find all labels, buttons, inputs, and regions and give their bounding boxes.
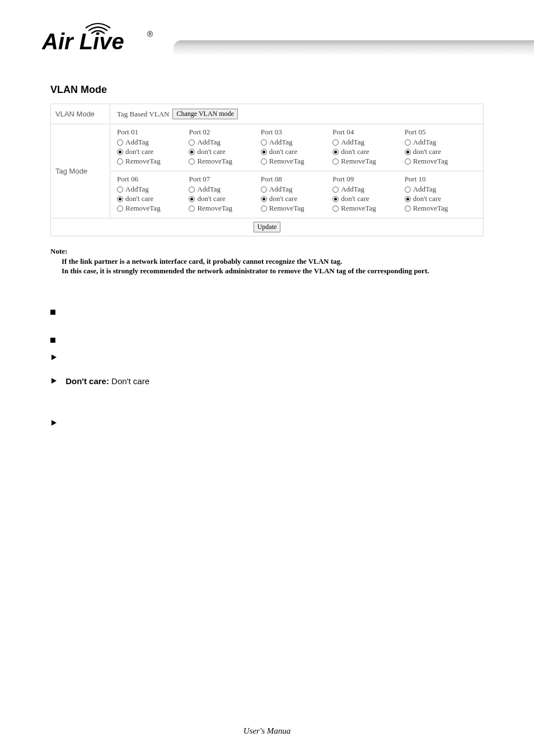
radio-icon[interactable] <box>405 206 411 212</box>
radio-icon[interactable] <box>117 149 123 155</box>
square-bullet-icon <box>50 338 55 343</box>
radio-icon[interactable] <box>332 206 339 212</box>
radio-option-add[interactable]: AddTag <box>405 185 472 194</box>
port-name: Port 07 <box>189 175 256 184</box>
port-name: Port 10 <box>405 175 472 184</box>
radio-label: RemoveTag <box>341 157 376 166</box>
radio-option-dont[interactable]: don't care <box>117 147 184 156</box>
radio-option-remove[interactable]: RemoveTag <box>261 204 328 213</box>
port-name: Port 08 <box>261 175 328 184</box>
radio-option-dont[interactable]: don't care <box>261 147 328 156</box>
page-header: Air Live ® <box>0 0 534 62</box>
radio-option-dont[interactable]: don't care <box>261 194 328 203</box>
radio-icon[interactable] <box>189 139 195 146</box>
radio-option-remove[interactable]: RemoveTag <box>189 157 256 166</box>
radio-option-add[interactable]: AddTag <box>117 138 184 147</box>
port-cell: Port 10AddTagdon't careRemoveTag <box>405 175 476 213</box>
vlan-mode-row: VLAN Mode Tag Based VLAN Change VLAN mod… <box>51 104 483 124</box>
radio-option-add[interactable]: AddTag <box>189 138 256 147</box>
radio-label: don't care <box>125 194 153 203</box>
port-name: Port 04 <box>332 128 400 137</box>
radio-option-dont[interactable]: don't care <box>405 194 472 203</box>
port-cell: Port 04AddTagdon't careRemoveTag <box>332 128 404 166</box>
radio-option-remove[interactable]: RemoveTag <box>117 157 184 166</box>
vlan-mode-label: VLAN Mode <box>51 104 110 124</box>
radio-option-remove[interactable]: RemoveTag <box>405 157 472 166</box>
radio-option-add[interactable]: AddTag <box>405 138 472 147</box>
radio-icon[interactable] <box>332 149 339 155</box>
radio-icon[interactable] <box>332 196 339 202</box>
radio-label: AddTag <box>125 138 149 147</box>
port-cell: Port 07AddTagdon't careRemoveTag <box>189 175 260 213</box>
radio-option-dont[interactable]: don't care <box>189 147 256 156</box>
arrow-bullet-3 <box>50 417 484 428</box>
change-vlan-mode-button[interactable]: Change VLAN mode <box>172 109 237 119</box>
radio-option-remove[interactable]: RemoveTag <box>405 204 472 213</box>
radio-option-dont[interactable]: don't care <box>189 194 256 203</box>
radio-icon[interactable] <box>117 139 123 146</box>
radio-option-dont[interactable]: don't care <box>332 147 400 156</box>
radio-option-add[interactable]: AddTag <box>261 138 328 147</box>
port-cell: Port 08AddTagdon't careRemoveTag <box>261 175 332 213</box>
radio-option-dont[interactable]: don't care <box>405 147 472 156</box>
radio-icon[interactable] <box>117 158 123 165</box>
radio-icon[interactable] <box>117 186 123 193</box>
radio-icon[interactable] <box>261 149 267 155</box>
radio-option-dont[interactable]: don't care <box>332 194 400 203</box>
radio-icon[interactable] <box>405 186 411 193</box>
radio-icon[interactable] <box>261 139 267 146</box>
vlan-panel: VLAN Mode Tag Based VLAN Change VLAN mod… <box>50 104 484 236</box>
section-title: VLAN Mode <box>50 84 484 96</box>
radio-icon[interactable] <box>117 206 123 212</box>
radio-label: RemoveTag <box>413 204 448 213</box>
radio-icon[interactable] <box>189 158 195 165</box>
radio-option-add[interactable]: AddTag <box>332 138 400 147</box>
ports-row-1: Port 01AddTagdon't careRemoveTagPort 02A… <box>110 124 483 171</box>
header-divider-bar <box>174 40 534 56</box>
port-name: Port 09 <box>332 175 400 184</box>
note-block: Note: If the link partner is a network i… <box>50 246 484 276</box>
radio-icon[interactable] <box>189 149 195 155</box>
port-name: Port 02 <box>189 128 256 137</box>
radio-option-remove[interactable]: RemoveTag <box>189 204 256 213</box>
radio-option-remove[interactable]: RemoveTag <box>332 204 400 213</box>
radio-icon[interactable] <box>117 196 123 202</box>
radio-icon[interactable] <box>261 196 267 202</box>
radio-icon[interactable] <box>332 139 339 146</box>
radio-label: RemoveTag <box>269 204 305 213</box>
radio-label: AddTag <box>125 185 149 194</box>
radio-label: RemoveTag <box>269 157 305 166</box>
note-title: Note: <box>50 246 484 256</box>
square-bullet-1 <box>50 307 484 318</box>
radio-label: RemoveTag <box>125 157 161 166</box>
radio-option-dont[interactable]: don't care <box>117 194 184 203</box>
radio-icon[interactable] <box>405 149 411 155</box>
radio-label: AddTag <box>197 138 221 147</box>
radio-icon[interactable] <box>189 186 195 193</box>
radio-icon[interactable] <box>332 186 339 193</box>
radio-label: RemoveTag <box>413 157 448 166</box>
radio-label: AddTag <box>413 138 437 147</box>
radio-icon[interactable] <box>332 158 339 165</box>
update-button[interactable]: Update <box>254 222 281 232</box>
body-bullets: Don't care: Don't care <box>50 307 484 428</box>
radio-option-remove[interactable]: RemoveTag <box>332 157 400 166</box>
radio-option-remove[interactable]: RemoveTag <box>117 204 184 213</box>
radio-option-add[interactable]: AddTag <box>117 185 184 194</box>
radio-icon[interactable] <box>261 206 267 212</box>
radio-icon[interactable] <box>189 196 195 202</box>
radio-label: don't care <box>269 147 297 156</box>
radio-icon[interactable] <box>405 139 411 146</box>
radio-icon[interactable] <box>261 186 267 193</box>
radio-option-add[interactable]: AddTag <box>332 185 400 194</box>
radio-label: RemoveTag <box>125 204 161 213</box>
svg-text:Air Live: Air Live <box>42 29 124 54</box>
radio-option-add[interactable]: AddTag <box>261 185 328 194</box>
radio-icon[interactable] <box>405 158 411 165</box>
radio-icon[interactable] <box>405 196 411 202</box>
port-cell: Port 06AddTagdon't careRemoveTag <box>117 175 189 213</box>
radio-option-remove[interactable]: RemoveTag <box>261 157 328 166</box>
radio-icon[interactable] <box>189 206 195 212</box>
radio-icon[interactable] <box>261 158 267 165</box>
radio-option-add[interactable]: AddTag <box>189 185 256 194</box>
